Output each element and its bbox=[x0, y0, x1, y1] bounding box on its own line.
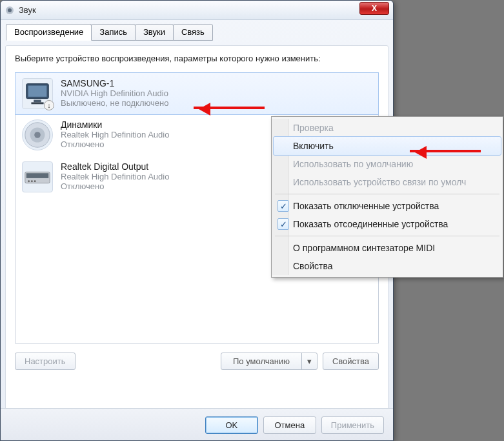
dialog-footer: OK Отмена Применить bbox=[1, 408, 393, 440]
close-button[interactable]: X bbox=[359, 2, 389, 15]
properties-button[interactable]: Свойства bbox=[323, 353, 379, 370]
svg-point-12 bbox=[31, 180, 33, 182]
chevron-down-icon[interactable]: ▾ bbox=[302, 353, 317, 369]
menu-use-default[interactable]: Использовать по умолчанию bbox=[274, 155, 501, 173]
check-icon: ✓ bbox=[277, 218, 289, 230]
cancel-button[interactable]: Отмена bbox=[263, 416, 316, 434]
device-name: SAMSUNG-1 bbox=[61, 78, 168, 88]
tab-record[interactable]: Запись bbox=[91, 24, 136, 41]
app-icon bbox=[5, 5, 15, 15]
tabs: Воспроизведение Запись Звуки Связь bbox=[6, 24, 393, 41]
menu-test[interactable]: Проверка bbox=[274, 119, 501, 137]
context-menu: Проверка Включить Использовать по умолча… bbox=[271, 116, 503, 278]
svg-rect-5 bbox=[31, 102, 43, 104]
tab-sounds[interactable]: Звуки bbox=[135, 24, 174, 41]
annotation-arrow bbox=[194, 107, 265, 109]
ok-button[interactable]: OK bbox=[205, 416, 258, 434]
device-status: Отключено bbox=[61, 181, 169, 191]
bottom-panel: Настроить По умолчанию ▾ Свойства bbox=[15, 353, 379, 370]
prompt-text: Выберите устройство воспроизведения, пар… bbox=[15, 53, 379, 65]
device-status: Выключено, не подключено bbox=[61, 98, 168, 108]
svg-point-11 bbox=[28, 180, 30, 182]
menu-show-disconnected[interactable]: ✓ Показать отсоединенные устройства bbox=[274, 215, 501, 233]
svg-rect-10 bbox=[26, 173, 49, 178]
menu-about-midi[interactable]: О программном синтезаторе MIDI bbox=[274, 239, 501, 257]
speaker-icon bbox=[22, 119, 53, 150]
close-icon: X bbox=[372, 4, 377, 13]
device-driver: Realtek High Definition Audio bbox=[61, 172, 169, 181]
tab-playback[interactable]: Воспроизведение bbox=[6, 24, 92, 41]
titlebar[interactable]: Звук X bbox=[1, 1, 393, 20]
configure-button[interactable]: Настроить bbox=[15, 353, 76, 370]
device-name: Динамики bbox=[61, 119, 169, 130]
check-icon: ✓ bbox=[277, 200, 289, 212]
tab-comm[interactable]: Связь bbox=[173, 24, 213, 41]
device-driver: NVIDIA High Definition Audio bbox=[61, 88, 168, 98]
device-status: Отключено bbox=[61, 139, 169, 149]
menu-properties[interactable]: Свойства bbox=[274, 257, 501, 275]
annotation-arrow bbox=[410, 150, 481, 152]
svg-point-1 bbox=[8, 8, 12, 12]
svg-rect-4 bbox=[34, 99, 41, 102]
menu-separator bbox=[275, 236, 499, 236]
set-default-button[interactable]: По умолчанию ▾ bbox=[221, 353, 318, 370]
device-driver: Realtek High Definition Audio bbox=[61, 130, 169, 139]
svg-point-13 bbox=[34, 180, 36, 182]
menu-use-comm-default[interactable]: Использовать устройство связи по умолч bbox=[274, 173, 501, 191]
device-name: Realtek Digital Output bbox=[61, 161, 169, 172]
apply-button[interactable]: Применить bbox=[321, 416, 384, 434]
svg-point-8 bbox=[34, 132, 41, 138]
menu-enable[interactable]: Включить bbox=[273, 136, 501, 156]
menu-separator bbox=[275, 194, 499, 194]
digital-out-icon bbox=[22, 161, 53, 192]
svg-rect-3 bbox=[28, 85, 47, 96]
disabled-badge-icon: ↓ bbox=[44, 100, 54, 110]
menu-show-disabled[interactable]: ✓ Показать отключенные устройства bbox=[274, 197, 501, 215]
window-title: Звук bbox=[19, 5, 389, 15]
monitor-icon: ↓ bbox=[22, 78, 53, 109]
